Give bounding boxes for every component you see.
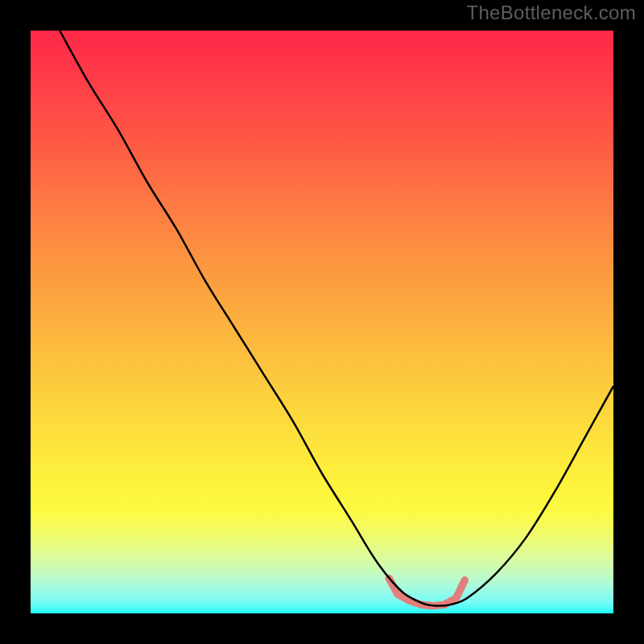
chart-stage: TheBottleneck.com	[0, 0, 644, 644]
sweet-spot-marker	[389, 579, 464, 606]
plot-area	[31, 31, 613, 613]
bottleneck-curve	[60, 31, 613, 606]
watermark-text: TheBottleneck.com	[466, 2, 636, 24]
chart-svg	[31, 31, 613, 613]
